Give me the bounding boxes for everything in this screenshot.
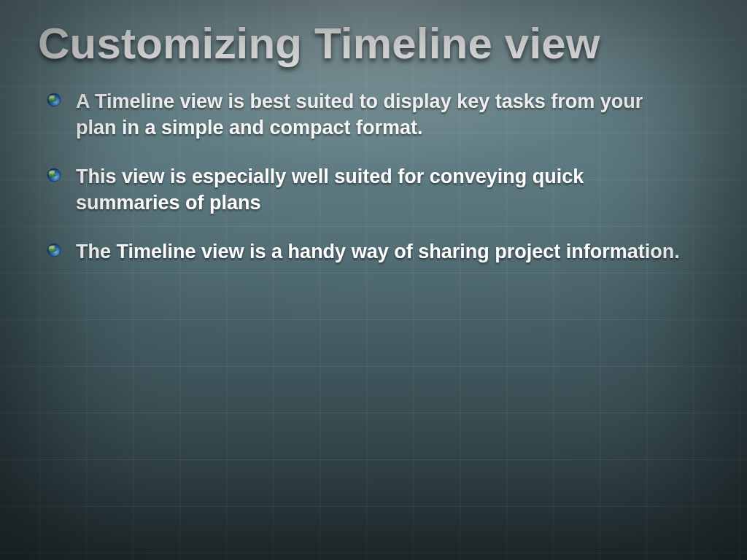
bullet-list: A Timeline view is best suited to displa… [38, 88, 709, 265]
list-item: This view is especially well suited for … [47, 163, 689, 217]
svg-point-3 [49, 171, 55, 174]
bullet-text: This view is especially well suited for … [76, 166, 584, 214]
bullet-text: A Timeline view is best suited to displa… [76, 90, 643, 139]
list-item: The Timeline view is a handy way of shar… [47, 238, 689, 265]
globe-icon [47, 168, 61, 182]
list-item: A Timeline view is best suited to displa… [47, 88, 689, 141]
slide-title: Customizing Timeline view [38, 20, 709, 66]
svg-point-5 [49, 246, 55, 249]
bullet-text: The Timeline view is a handy way of shar… [76, 241, 680, 262]
slide-content: Customizing Timeline view [0, 0, 747, 316]
globe-icon [47, 93, 61, 107]
svg-point-1 [49, 96, 55, 98]
globe-icon [47, 243, 61, 257]
